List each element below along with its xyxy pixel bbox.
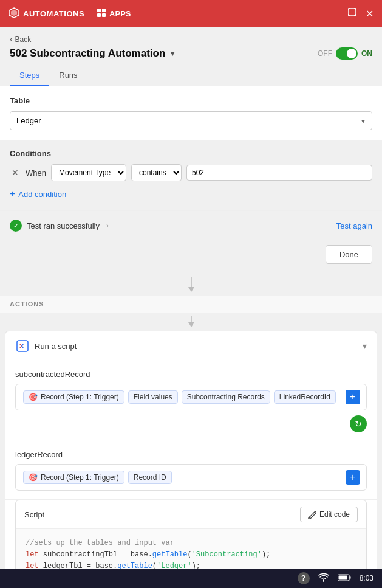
subcontracted-record-section: subcontractedRecord 🎯 Record (Step 1: Tr…: [5, 361, 377, 441]
run-script-header[interactable]: Run a script ▾: [5, 331, 377, 361]
apps-button[interactable]: APPS: [97, 8, 131, 19]
conditions-title: Conditions: [10, 149, 372, 158]
svg-rect-5: [102, 13, 106, 17]
svg-rect-13: [349, 576, 350, 579]
time-display: 8:03: [360, 574, 373, 583]
wifi-icon: [318, 573, 329, 584]
condition-close-button[interactable]: ✕: [10, 167, 21, 178]
condition-field-select[interactable]: Movement Type: [51, 164, 126, 181]
apps-icon: [97, 8, 106, 19]
help-icon-item: ?: [298, 572, 310, 584]
time-text: 8:03: [360, 574, 373, 583]
test-ran-text: Test ran successfully: [27, 221, 100, 230]
apps-label: APPS: [109, 9, 131, 18]
ledger-record-section: ledgerRecord 🎯 Record (Step 1: Trigger) …: [5, 441, 377, 500]
test-again-button[interactable]: Test again: [336, 221, 372, 230]
chip-record-icon-2: 🎯: [29, 473, 38, 482]
page-header: Back 502 Subcontracting Automation ▼ OFF…: [0, 27, 382, 86]
svg-marker-10: [188, 322, 194, 327]
battery-icon-item: [338, 574, 351, 583]
code-line-1: //sets up the tables and input var: [26, 538, 356, 549]
help-circle-icon: ?: [298, 572, 310, 584]
chip-subcontracting-records[interactable]: Subcontracting Records: [182, 390, 270, 404]
add-chip-button-2[interactable]: +: [346, 470, 360, 485]
subcontracted-chips-container: 🎯 Record (Step 1: Trigger) Field values …: [15, 384, 367, 410]
arrow-connector: [0, 274, 382, 296]
chip-record-id[interactable]: Record ID: [128, 471, 172, 484]
table-select-wrapper: Ledger: [10, 111, 372, 130]
var-label-ledger: ledgerRecord: [15, 450, 367, 459]
tab-runs[interactable]: Runs: [49, 66, 87, 86]
toggle-on-label: ON: [361, 49, 372, 58]
plus-icon: +: [10, 189, 15, 199]
arrow-connector-2: [0, 313, 382, 331]
condition-row: ✕ When Movement Type contains: [10, 164, 372, 181]
chip-field-values[interactable]: Field values: [128, 390, 178, 404]
toggle-switch[interactable]: [336, 47, 358, 60]
close-icon[interactable]: ✕: [366, 8, 373, 19]
svg-rect-6: [349, 9, 356, 16]
condition-when-label: When: [26, 168, 46, 178]
back-link[interactable]: Back: [10, 34, 372, 44]
test-result-row: ✓ Test ran successfully › Test again: [0, 210, 382, 240]
top-bar: AUTOMATIONS APPS ✕: [0, 0, 382, 27]
table-section: Table Ledger: [0, 86, 382, 140]
refresh-button[interactable]: ↻: [350, 415, 367, 432]
var-label-subcontracted: subcontractedRecord: [15, 370, 367, 379]
brand-logo: AUTOMATIONS: [9, 7, 84, 20]
conditions-section: Conditions ✕ When Movement Type contains…: [0, 140, 382, 210]
svg-rect-4: [97, 13, 101, 17]
battery-icon: [338, 574, 351, 583]
expand-icon[interactable]: [347, 7, 357, 19]
tab-steps[interactable]: Steps: [10, 66, 49, 86]
ledger-chips-container: 🎯 Record (Step 1: Trigger) Record ID +: [15, 464, 367, 491]
edit-code-label: Edit code: [319, 510, 350, 519]
condition-operator-select[interactable]: contains: [131, 164, 182, 181]
toggle-off-label: OFF: [318, 49, 332, 58]
test-expand-icon[interactable]: ›: [106, 221, 109, 230]
add-condition-button[interactable]: + Add condition: [10, 186, 66, 202]
run-script-label: Run a script: [35, 342, 77, 351]
svg-rect-3: [102, 9, 106, 12]
code-line-2: let subcontractingTbl = base.getTable('S…: [26, 549, 356, 561]
automation-title: 502 Subcontracting Automation ▼: [10, 47, 176, 60]
script-icon: [15, 339, 30, 353]
svg-rect-14: [338, 575, 347, 579]
add-chip-button-1[interactable]: +: [346, 390, 360, 404]
add-condition-label: Add condition: [18, 190, 66, 199]
svg-marker-1: [11, 10, 17, 16]
brand-label: AUTOMATIONS: [23, 9, 84, 18]
chip-record-trigger-2[interactable]: 🎯 Record (Step 1: Trigger): [23, 471, 124, 484]
success-icon: ✓: [10, 220, 22, 232]
chip-record-trigger-1[interactable]: 🎯 Record (Step 1: Trigger): [23, 390, 124, 404]
run-script-section: Run a script ▾ subcontractedRecord 🎯 Rec…: [5, 331, 377, 588]
tabs: Steps Runs: [10, 66, 372, 86]
title-dropdown-icon[interactable]: ▼: [169, 49, 176, 58]
done-button[interactable]: Done: [326, 245, 372, 264]
script-label: Script: [24, 510, 44, 519]
condition-value-input[interactable]: [186, 165, 372, 181]
brand-icon: [9, 7, 19, 20]
svg-rect-2: [97, 9, 101, 12]
edit-code-button[interactable]: Edit code: [300, 507, 358, 522]
chip-linked-record-id[interactable]: LinkedRecordId: [274, 390, 336, 404]
table-select[interactable]: Ledger: [10, 111, 372, 130]
chip-record-icon-1: 🎯: [29, 393, 38, 401]
table-label: Table: [10, 96, 372, 105]
actions-header: ACTIONS: [0, 296, 382, 313]
actions-label: ACTIONS: [10, 300, 44, 308]
status-bar: ? 8:03: [0, 569, 382, 588]
svg-marker-8: [188, 287, 194, 292]
wifi-icon-item: [318, 573, 329, 584]
script-toolbar: Script Edit code: [16, 500, 366, 529]
done-row: Done: [0, 240, 382, 274]
chevron-down-icon[interactable]: ▾: [363, 341, 367, 351]
